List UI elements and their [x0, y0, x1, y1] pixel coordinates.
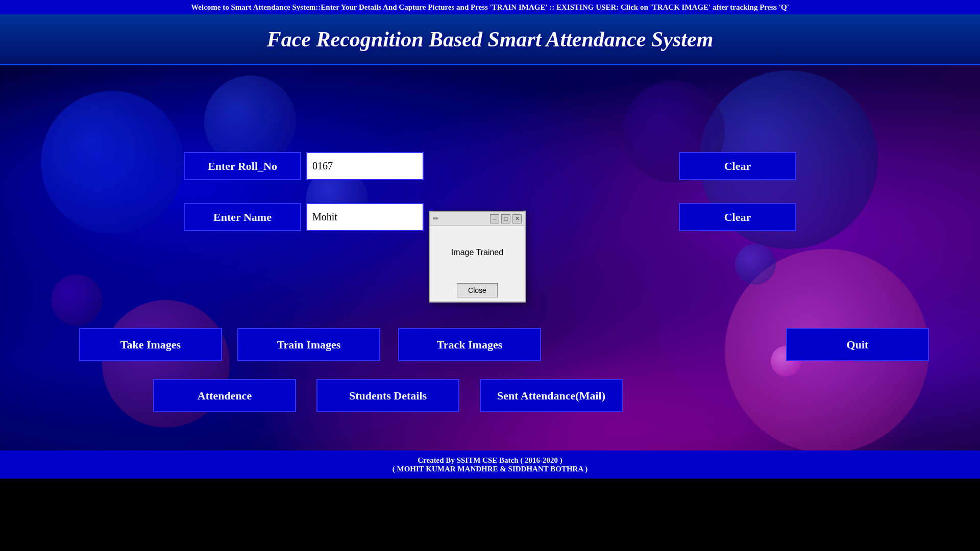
attendance-button[interactable]: Attendence [153, 379, 296, 412]
name-input[interactable] [306, 203, 424, 231]
modal-minimize-button[interactable]: ─ [490, 214, 499, 223]
track-images-button[interactable]: Track Images [398, 328, 541, 361]
modal-close-button[interactable]: ✕ [512, 214, 522, 223]
name-label: Enter Name [184, 203, 301, 231]
title-bar: Face Recognition Based Smart Attendance … [0, 14, 980, 65]
train-images-button[interactable]: Train Images [237, 328, 380, 361]
marquee-text: Welcome to Smart Attendance System::Ente… [191, 3, 789, 12]
sent-attendance-button[interactable]: Sent Attendance(Mail) [480, 379, 623, 412]
clear-name-button[interactable]: Clear [679, 203, 796, 231]
footer-line2: ( MOHIT KUMAR MANDHRE & SIDDHANT BOTHRA … [393, 465, 587, 473]
modal-maximize-button[interactable]: □ [501, 214, 510, 223]
modal-window-controls: ─ □ ✕ [490, 214, 522, 223]
footer-line1: Created By SSITM CSE Batch ( 2016-2020 ) [418, 456, 562, 465]
modal-dialog: ✏ ─ □ ✕ Image Trained Close [429, 211, 526, 303]
modal-message: Image Trained [451, 248, 503, 257]
modal-footer: Close [430, 279, 525, 302]
quit-button[interactable]: Quit [786, 328, 929, 361]
black-bottom [0, 479, 980, 551]
modal-close-dialog-button[interactable]: Close [457, 283, 498, 297]
roll-label: Enter Roll_No [184, 152, 301, 180]
take-images-button[interactable]: Take Images [79, 328, 222, 361]
students-details-button[interactable]: Students Details [316, 379, 459, 412]
top-bar: Welcome to Smart Attendance System::Ente… [0, 0, 980, 14]
roll-input[interactable] [306, 152, 424, 180]
page-title: Face Recognition Based Smart Attendance … [267, 27, 714, 52]
clear-roll-button[interactable]: Clear [679, 152, 796, 180]
modal-pin-icon: ✏ [433, 214, 439, 223]
modal-titlebar: ✏ ─ □ ✕ [430, 212, 525, 226]
main-area: Enter Roll_No Clear Enter Name Clear Tak… [0, 65, 980, 479]
modal-content: Image Trained [430, 226, 525, 279]
footer: Created By SSITM CSE Batch ( 2016-2020 )… [0, 450, 980, 479]
